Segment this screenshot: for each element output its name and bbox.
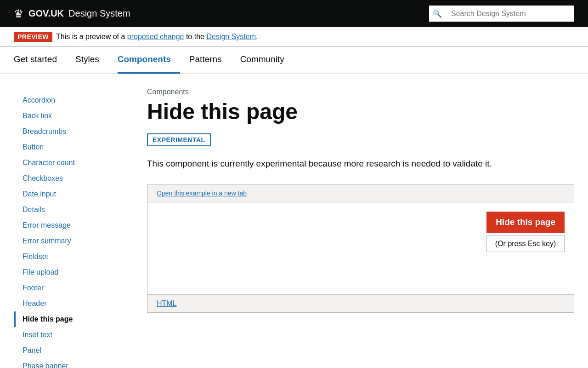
preview-text: This is a preview of a proposed change t… xyxy=(56,33,258,41)
nav-community[interactable]: Community xyxy=(240,47,294,74)
sidebar-item-fieldset: Fieldset xyxy=(14,249,133,264)
sidebar-item-error-summary: Error summary xyxy=(14,233,133,249)
example-preview: Hide this page (Or press Esc key) xyxy=(147,202,574,294)
open-new-tab-link[interactable]: Open this example in a new tab xyxy=(157,190,247,197)
page-layout: Accordion Back link Breadcrumbs Button C… xyxy=(0,74,588,368)
html-tab[interactable]: HTML xyxy=(157,299,177,308)
gov-logo-text: GOV.UK xyxy=(28,8,64,19)
sidebar-item-checkboxes: Checkboxes xyxy=(14,171,133,186)
proposed-change-link[interactable]: proposed change xyxy=(127,33,184,40)
nav-components[interactable]: Components xyxy=(118,47,180,74)
sidebar-item-breadcrumbs: Breadcrumbs xyxy=(14,124,133,139)
sidebar-item-details: Details xyxy=(14,202,133,218)
sidebar-item-error-message: Error message xyxy=(14,218,133,233)
sidebar-item-back-link: Back link xyxy=(14,108,133,124)
preview-tag: PREVIEW xyxy=(14,32,52,42)
hide-page-button-group: Hide this page (Or press Esc key) xyxy=(486,212,565,252)
gov-logo-link[interactable]: ♛ GOV.UK Design System xyxy=(14,7,130,20)
sidebar-nav-list: Accordion Back link Breadcrumbs Button C… xyxy=(14,92,133,368)
sidebar-item-header: Header xyxy=(14,296,133,311)
sidebar-item-date-input: Date input xyxy=(14,186,133,202)
search-icon: 🔍 xyxy=(429,6,446,22)
search-input[interactable] xyxy=(446,6,574,22)
sidebar-item-file-upload: File upload xyxy=(14,264,133,280)
main-nav: Get started Styles Components Patterns C… xyxy=(0,47,588,74)
sidebar: Accordion Back link Breadcrumbs Button C… xyxy=(14,88,133,368)
example-container: Open this example in a new tab Hide this… xyxy=(147,184,574,313)
service-name: Design System xyxy=(68,8,130,19)
example-top-bar: Open this example in a new tab xyxy=(147,184,574,202)
nav-patterns[interactable]: Patterns xyxy=(189,47,231,74)
sidebar-item-panel: Panel xyxy=(14,343,133,358)
sidebar-item-accordion: Accordion xyxy=(14,92,133,108)
sidebar-item-phase-banner: Phase banner xyxy=(14,358,133,368)
experimental-tag: EXPERIMENTAL xyxy=(147,133,211,146)
breadcrumb: Components xyxy=(147,88,574,96)
sidebar-item-inset-text: Inset text xyxy=(14,327,133,343)
nav-styles[interactable]: Styles xyxy=(75,47,108,74)
main-content: Components Hide this page EXPERIMENTAL T… xyxy=(133,88,574,368)
esc-hint: (Or press Esc key) xyxy=(486,236,565,252)
sidebar-item-button: Button xyxy=(14,139,133,155)
design-system-link[interactable]: Design System xyxy=(206,33,256,40)
hide-this-page-button[interactable]: Hide this page xyxy=(486,212,565,233)
description-text: This component is currently experimental… xyxy=(147,157,574,171)
site-header: ♛ GOV.UK Design System 🔍 xyxy=(0,0,588,27)
page-title: Hide this page xyxy=(147,100,574,124)
sidebar-item-hide-this-page: Hide this page xyxy=(14,311,133,327)
sidebar-item-footer: Footer xyxy=(14,280,133,296)
preview-banner: PREVIEW This is a preview of a proposed … xyxy=(0,27,588,47)
crown-icon: ♛ xyxy=(14,7,24,20)
nav-get-started[interactable]: Get started xyxy=(14,47,66,74)
example-footer: HTML xyxy=(147,294,574,312)
search-form: 🔍 xyxy=(429,6,574,22)
sidebar-item-character-count: Character count xyxy=(14,155,133,171)
